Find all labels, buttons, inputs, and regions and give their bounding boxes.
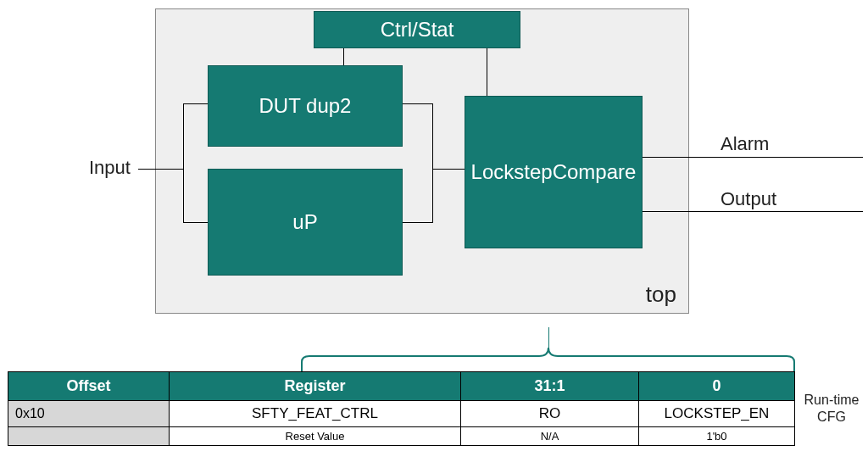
input-port-label: Input bbox=[89, 157, 131, 179]
top-module-label: top bbox=[646, 281, 676, 308]
wire-output-out bbox=[643, 211, 863, 212]
runtime-cfg-line2: CFG bbox=[817, 410, 846, 424]
wire-dutdup2-out bbox=[403, 103, 432, 104]
up-label: uP bbox=[292, 210, 317, 234]
cell-offset-empty bbox=[8, 427, 170, 446]
wire-alarm-out bbox=[643, 157, 863, 158]
ctrl-stat-label: Ctrl/Stat bbox=[381, 18, 454, 42]
col-offset-header: Offset bbox=[8, 372, 170, 401]
wire-ctrlstat-to-lockstep bbox=[487, 48, 487, 96]
cell-bits-lo: LOCKSTEP_EN bbox=[639, 401, 795, 427]
cell-bits-hi: RO bbox=[461, 401, 639, 427]
lockstep-label-2: Compare bbox=[553, 159, 637, 185]
wire-to-dutdup2 bbox=[183, 103, 208, 104]
cell-reset-lo: 1'b0 bbox=[639, 427, 795, 446]
cell-register: SFTY_FEAT_CTRL bbox=[170, 401, 461, 427]
wire-input-split-v bbox=[183, 103, 184, 223]
wire-merge-v bbox=[432, 103, 433, 223]
col-bits-hi-header: 31:1 bbox=[461, 372, 639, 401]
wire-up-out bbox=[403, 222, 432, 223]
ctrl-stat-block: Ctrl/Stat bbox=[314, 11, 520, 48]
diagram-canvas: top Ctrl/Stat DUT dup2 uP Lockstep Compa… bbox=[0, 0, 868, 468]
output-port-label: Output bbox=[721, 188, 776, 210]
wire-ctrlstat-to-dutdup2 bbox=[343, 48, 344, 65]
lockstep-label-1: Lockstep bbox=[471, 159, 553, 185]
cell-offset: 0x10 bbox=[8, 401, 170, 427]
register-table: Offset Register 31:1 0 0x10 SFTY_FEAT_CT… bbox=[8, 371, 795, 446]
table-reset-row: Reset Value N/A 1'b0 bbox=[8, 427, 795, 446]
col-bits-lo-header: 0 bbox=[639, 372, 795, 401]
bracket-stem bbox=[548, 327, 549, 349]
cell-reset-hi: N/A bbox=[461, 427, 639, 446]
register-bracket bbox=[301, 348, 795, 373]
alarm-port-label: Alarm bbox=[721, 133, 769, 155]
up-block: uP bbox=[208, 169, 403, 276]
wire-merge-to-lockstep bbox=[432, 169, 465, 170]
table-row: 0x10 SFTY_FEAT_CTRL RO LOCKSTEP_EN bbox=[8, 401, 795, 427]
cell-reset-label: Reset Value bbox=[170, 427, 461, 446]
col-register-header: Register bbox=[170, 372, 461, 401]
runtime-cfg-line1: Run-time bbox=[804, 393, 860, 407]
lockstep-compare-block: Lockstep Compare bbox=[465, 96, 643, 248]
runtime-cfg-label: Run-time CFG bbox=[800, 392, 863, 426]
dut-dup2-label: DUT dup2 bbox=[259, 94, 352, 118]
wire-to-up bbox=[183, 222, 208, 223]
dut-dup2-block: DUT dup2 bbox=[208, 65, 403, 147]
wire-input-stub bbox=[138, 169, 183, 170]
table-header-row: Offset Register 31:1 0 bbox=[8, 372, 795, 401]
